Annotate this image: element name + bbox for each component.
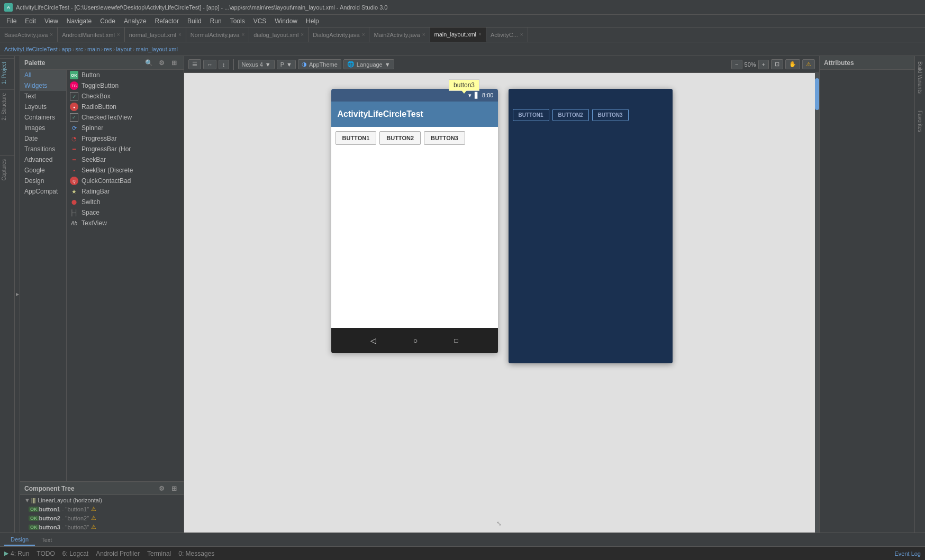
tab-close-dialog-activity[interactable]: ×	[362, 32, 365, 38]
widget-textview[interactable]: Ab TextView	[67, 218, 184, 228]
menu-tools[interactable]: Tools	[226, 16, 249, 26]
category-advanced[interactable]: Advanced	[20, 154, 66, 165]
tab-normal-layout[interactable]: normal_layout.xml ×	[125, 27, 186, 42]
tab-close-normal-activity[interactable]: ×	[242, 32, 245, 38]
menu-icon-btn[interactable]: ☰	[188, 59, 201, 69]
tab-main2-activity[interactable]: Main2Activity.java ×	[369, 27, 430, 42]
category-text[interactable]: Text	[20, 91, 66, 102]
tab-text[interactable]: Text	[35, 535, 58, 545]
breadcrumb-file[interactable]: main_layout.xml	[135, 46, 177, 52]
tab-design[interactable]: Design	[4, 534, 35, 546]
category-layouts[interactable]: Layouts	[20, 102, 66, 112]
tab-base-activity[interactable]: BaseActivity.java ×	[0, 27, 58, 42]
category-images[interactable]: Images	[20, 123, 66, 133]
widget-checkedtextview[interactable]: ✓ CheckedTextView	[67, 112, 184, 123]
tree-button3[interactable]: OK button3 - "button3" ⚠	[20, 522, 184, 531]
panel-project[interactable]: 1: Project	[0, 58, 14, 87]
menu-window[interactable]: Window	[270, 16, 302, 26]
widget-switch[interactable]: ⬤ Switch	[67, 197, 184, 207]
profiler-btn[interactable]: Android Profiler	[96, 550, 140, 557]
tab-close-main-layout[interactable]: ×	[478, 31, 482, 37]
category-google[interactable]: Google	[20, 165, 66, 176]
category-transitions[interactable]: Transitions	[20, 144, 66, 154]
tree-layout-icon[interactable]: ⊞	[169, 483, 179, 494]
breadcrumb-main[interactable]: main	[87, 46, 100, 52]
tree-settings-icon[interactable]: ⚙	[156, 483, 167, 494]
tab-normal-activity[interactable]: NormalActivity.java ×	[186, 27, 250, 42]
menu-navigate[interactable]: Navigate	[62, 16, 96, 26]
tab-activity-c[interactable]: ActivityC... ×	[486, 27, 528, 42]
widget-seekbar-discrete[interactable]: ⦁ SeekBar (Discrete	[67, 165, 184, 176]
menu-help[interactable]: Help	[302, 16, 323, 26]
menu-file[interactable]: File	[2, 16, 21, 26]
menu-view[interactable]: View	[40, 16, 62, 26]
breadcrumb-layout[interactable]: layout	[116, 46, 131, 52]
breadcrumb-res[interactable]: res	[104, 46, 112, 52]
menu-vcs[interactable]: VCS	[249, 16, 271, 26]
warn-btn[interactable]: ⚠	[802, 59, 815, 69]
tab-main-layout[interactable]: main_layout.xml ×	[430, 27, 486, 42]
dark-button1[interactable]: BUTTON1	[513, 109, 549, 121]
phone-button3[interactable]: BUTTON3	[424, 131, 465, 145]
breadcrumb-src[interactable]: src	[76, 46, 84, 52]
tab-android-manifest[interactable]: AndroidManifest.xml ×	[58, 27, 125, 42]
tab-close-dialog-layout[interactable]: ×	[301, 32, 304, 38]
menu-build[interactable]: Build	[183, 16, 206, 26]
widget-button[interactable]: OK Button	[67, 70, 184, 80]
palette-layout-icon[interactable]: ⊞	[169, 58, 179, 68]
hand-btn[interactable]: ✋	[785, 59, 800, 69]
nav-home-icon[interactable]: ○	[413, 336, 418, 345]
todo-btn[interactable]: TODO	[37, 550, 55, 557]
widget-progressbar[interactable]: ◔ ProgressBar	[67, 133, 184, 144]
category-containers[interactable]: Containers	[20, 112, 66, 123]
category-appcompat[interactable]: AppCompat	[20, 186, 66, 197]
menu-run[interactable]: Run	[206, 16, 226, 26]
api-dropdown[interactable]: P ▼	[277, 60, 296, 69]
breadcrumb-app[interactable]: app	[62, 46, 71, 52]
arrow-horizontal-btn[interactable]: ↔	[203, 60, 216, 69]
breadcrumb-project[interactable]: ActivityLifeCircleTest	[4, 46, 58, 52]
tab-dialog-layout[interactable]: dialog_layout.xml ×	[249, 27, 309, 42]
run-btn[interactable]: ▶ 4: Run	[4, 550, 29, 557]
palette-settings-icon[interactable]: ⚙	[156, 58, 167, 68]
widget-checkbox[interactable]: ✓ CheckBox	[67, 91, 184, 102]
dark-button2[interactable]: BUTTON2	[552, 109, 589, 121]
tab-close-main2-activity[interactable]: ×	[422, 32, 425, 38]
panel-structure[interactable]: 2: Structure	[0, 89, 14, 124]
zoom-in-btn[interactable]: +	[758, 60, 769, 69]
dark-button3[interactable]: BUTTON3	[592, 109, 629, 121]
menu-edit[interactable]: Edit	[21, 16, 40, 26]
widget-space[interactable]: ├┤ Space	[67, 207, 184, 218]
widget-quickcontact[interactable]: Q QuickContactBad	[67, 176, 184, 186]
widget-seekbar[interactable]: ━ SeekBar	[67, 154, 184, 165]
widget-ratingbar[interactable]: ★ RatingBar	[67, 186, 184, 197]
logcat-btn[interactable]: 6: Logcat	[62, 550, 88, 557]
panel-favorites[interactable]: Favorites	[916, 107, 924, 135]
device-dropdown[interactable]: Nexus 4 ▼	[238, 60, 275, 69]
tree-linearlayout[interactable]: ▼ ||| LinearLayout (horizontal)	[20, 496, 184, 504]
tab-close-base-activity[interactable]: ×	[50, 32, 53, 38]
language-dropdown[interactable]: 🌐 Language ▼	[343, 59, 394, 69]
nav-recent-icon[interactable]: □	[455, 337, 458, 344]
resize-handle[interactable]: ⤡	[496, 520, 502, 527]
widget-spinner[interactable]: ⟳ Spinner	[67, 123, 184, 133]
messages-btn[interactable]: 0: Messages	[178, 550, 214, 557]
expand-left-handle[interactable]: ▶	[15, 56, 20, 533]
category-date[interactable]: Date	[20, 133, 66, 144]
widget-radiobutton[interactable]: ● RadioButton	[67, 102, 184, 112]
tree-button1[interactable]: OK button1 - "button1" ⚠	[20, 504, 184, 513]
category-all[interactable]: All	[20, 70, 66, 80]
tab-dialog-activity[interactable]: DialogActivity.java ×	[309, 27, 369, 42]
fit-btn[interactable]: ⊡	[771, 59, 783, 69]
phone-button2[interactable]: BUTTON2	[379, 131, 421, 145]
event-log[interactable]: Event Log	[894, 550, 921, 557]
category-design[interactable]: Design	[20, 176, 66, 186]
widget-togglebutton[interactable]: TG ToggleButton	[67, 80, 184, 91]
menu-code[interactable]: Code	[96, 16, 120, 26]
menu-analyze[interactable]: Analyze	[120, 16, 151, 26]
tab-close-normal-layout[interactable]: ×	[178, 32, 182, 38]
tab-close-android-manifest[interactable]: ×	[117, 32, 120, 38]
widget-progressbar-hor[interactable]: ━ ProgressBar (Hor	[67, 144, 184, 154]
menu-refactor[interactable]: Refactor	[151, 16, 183, 26]
vertical-scrollbar[interactable]	[815, 73, 819, 533]
